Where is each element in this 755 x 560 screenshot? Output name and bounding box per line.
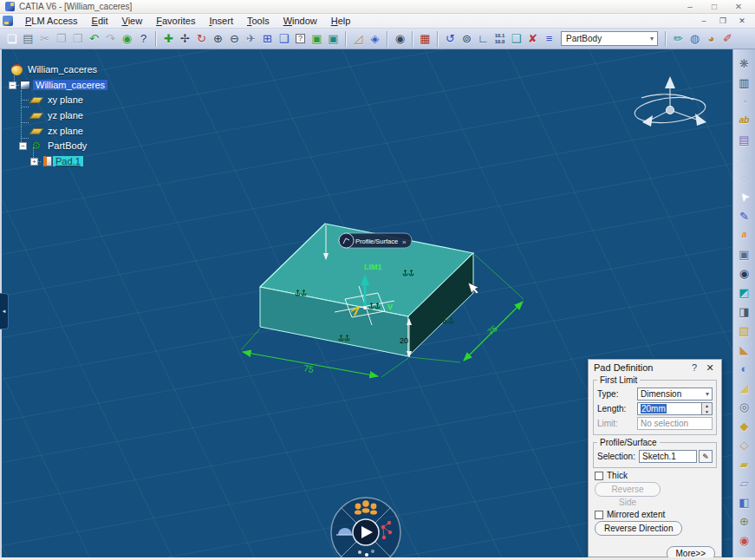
menu-tools[interactable]: Tools: [240, 15, 277, 27]
copy-icon[interactable]: ❐: [53, 30, 69, 48]
axis-system-icon[interactable]: ∟: [475, 30, 491, 48]
measure-icon[interactable]: ◿: [350, 30, 367, 48]
stiffener-tool-icon[interactable]: ▰: [734, 454, 755, 473]
reverse-direction-button[interactable]: Reverse Direction: [595, 521, 682, 536]
tree-collapse-tab[interactable]: ◂: [0, 293, 9, 329]
paint-icon[interactable]: ✏: [670, 30, 687, 48]
mdi-close-button[interactable]: ✕: [736, 16, 748, 25]
fit-all-icon[interactable]: ✚: [160, 30, 177, 48]
shading-icon[interactable]: ▣: [309, 30, 325, 48]
ghost-tool-icon[interactable]: ◔: [734, 92, 755, 111]
menu-window[interactable]: Window: [277, 15, 324, 27]
red-pencil-icon[interactable]: ✐: [719, 30, 736, 48]
dialog-title-bar[interactable]: Pad Definition ? ✕: [589, 360, 721, 375]
collapse-icon[interactable]: −: [9, 81, 16, 89]
whats-this-icon[interactable]: ?: [135, 30, 152, 48]
menu-insert[interactable]: Insert: [202, 15, 240, 27]
thick-checkbox[interactable]: [595, 472, 603, 480]
zoom-in-icon[interactable]: ⊕: [210, 30, 226, 48]
collapse-icon[interactable]: −: [19, 142, 27, 150]
select-cursor-icon[interactable]: ➤: [734, 187, 755, 206]
expand-icon[interactable]: +: [30, 158, 38, 166]
mdi-restore-button[interactable]: ❐: [717, 16, 729, 25]
shading-edges-icon[interactable]: ▣: [325, 30, 342, 48]
body-box-icon[interactable]: ❑: [508, 30, 524, 48]
quick-view-icon[interactable]: ?: [292, 30, 309, 48]
multipad-tool-icon[interactable]: ▱: [734, 473, 755, 492]
world-icon[interactable]: ◍: [687, 30, 703, 48]
image-view-icon[interactable]: ▣: [734, 244, 755, 264]
rotate-icon[interactable]: ↻: [193, 30, 210, 48]
update-icon[interactable]: ↺: [442, 30, 459, 48]
print-icon[interactable]: ▤: [20, 30, 36, 48]
tree-item-label[interactable]: xy plane: [45, 94, 86, 105]
hole-tool-icon[interactable]: ◎: [734, 397, 755, 416]
limit-input[interactable]: No selection: [637, 417, 713, 430]
shaft-tool-icon[interactable]: ◐: [734, 359, 755, 378]
redo-icon[interactable]: ↷: [102, 30, 119, 48]
search-view-icon[interactable]: ◉: [734, 264, 755, 283]
tooltip-chevron-icon[interactable]: »: [402, 238, 407, 246]
minimize-button[interactable]: –: [679, 1, 701, 12]
slot-tool-icon[interactable]: ◇: [734, 435, 755, 454]
pad-tool-icon[interactable]: ▧: [734, 321, 755, 340]
document-icon[interactable]: [3, 16, 13, 26]
compass-gear-icon[interactable]: ❋: [734, 54, 755, 73]
knowledge-assistant-icon[interactable]: ◉: [119, 30, 135, 48]
menu-favorites[interactable]: Favorites: [149, 15, 202, 27]
annotation-icon[interactable]: a: [734, 225, 755, 244]
tree-item-label[interactable]: William_caceres: [25, 64, 100, 75]
tree-item-label[interactable]: yz plane: [45, 110, 86, 120]
mean-dimensions-icon[interactable]: 10.110.0: [491, 30, 508, 48]
ghost-tool3-icon[interactable]: ◌: [734, 168, 755, 187]
zoom-out-icon[interactable]: ⊖: [226, 30, 243, 48]
menu-plm-access[interactable]: PLM Access: [18, 15, 85, 27]
fly-mode-icon[interactable]: ✈: [243, 30, 259, 48]
structure-list-icon[interactable]: ≡: [541, 30, 557, 48]
grid-analysis-icon[interactable]: ▦: [417, 30, 433, 48]
body-selector-combo[interactable]: PartBody▾: [561, 31, 658, 46]
lock-icon[interactable]: ◈: [367, 30, 383, 48]
tree-item-label[interactable]: Pad.1: [53, 156, 83, 166]
new-document-icon[interactable]: ❏: [3, 30, 20, 48]
draft-tool-icon[interactable]: ◧: [734, 492, 755, 511]
type-dropdown[interactable]: Dimension ▾: [637, 387, 713, 400]
menu-help[interactable]: Help: [324, 15, 358, 27]
dialog-close-icon[interactable]: ✕: [704, 362, 716, 374]
pan-icon[interactable]: ✢: [177, 30, 193, 48]
cut-icon[interactable]: ✂: [36, 30, 53, 48]
dim-height-label[interactable]: 20: [400, 336, 408, 345]
paste-icon[interactable]: ❒: [69, 30, 86, 48]
text-ab-icon[interactable]: ab: [734, 111, 755, 130]
box-o-icon[interactable]: ◨: [734, 302, 755, 321]
tree-item-label[interactable]: William_caceres: [33, 80, 107, 90]
kinematics-icon[interactable]: ✘: [524, 30, 541, 48]
tree-item-label[interactable]: zx plane: [45, 126, 86, 136]
pocket-tool-icon[interactable]: ◣: [734, 340, 755, 359]
capture-icon[interactable]: ◉: [392, 30, 408, 48]
selection-input[interactable]: Sketch.1: [639, 450, 697, 463]
undo-icon[interactable]: ↶: [86, 30, 102, 48]
thread-tool-icon[interactable]: ◉: [734, 531, 755, 550]
material-sphere-icon[interactable]: ◕: [703, 30, 719, 48]
mirrored-extent-checkbox[interactable]: [595, 511, 603, 519]
profile-surface-tooltip[interactable]: Profile/Surface »: [339, 233, 412, 248]
iso-view-icon[interactable]: ❑: [276, 30, 292, 48]
length-input[interactable]: 20mm: [637, 402, 702, 415]
sketch-edit-icon[interactable]: ✎: [699, 450, 713, 463]
maximize-button[interactable]: □: [703, 1, 726, 12]
length-spinner[interactable]: ▲▼: [702, 402, 713, 415]
view-manager-icon[interactable]: ▥: [734, 73, 755, 92]
ghost-tool2-icon[interactable]: ◌: [734, 149, 755, 168]
menu-view[interactable]: View: [115, 15, 150, 27]
manipulation-icon[interactable]: ⊚: [459, 30, 475, 48]
menu-edit[interactable]: Edit: [85, 15, 115, 27]
box-c-icon[interactable]: ◩: [734, 283, 755, 302]
catalog-icon[interactable]: ▤: [734, 130, 755, 149]
v6-compass[interactable]: [331, 498, 400, 557]
rib-tool-icon[interactable]: ◆: [734, 416, 755, 435]
dim-width-label[interactable]: 75: [303, 363, 315, 374]
groove-tool-icon[interactable]: ◢: [734, 378, 755, 397]
multi-view-icon[interactable]: ⊞: [259, 30, 276, 48]
dim-depth-label[interactable]: 75: [485, 323, 499, 337]
